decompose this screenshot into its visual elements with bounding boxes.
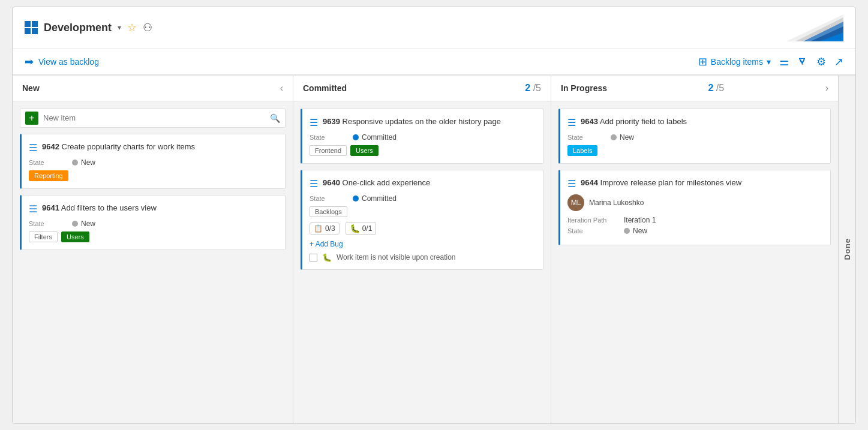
card-9639-state-value: Committed (353, 133, 397, 142)
brand-logo (750, 14, 843, 41)
bug-small-icon: 🐛 (322, 253, 332, 262)
column-new-header: New ‹ (13, 76, 293, 101)
work-item-icon-4: ☰ (310, 178, 318, 190)
card-9642-title: 9642 Create popularity charts for work i… (42, 142, 195, 152)
backlog-items-chevron-icon[interactable]: ▾ (767, 57, 771, 67)
column-new-title: New (22, 83, 40, 93)
card-9641-state-value: New (72, 219, 95, 228)
card-9644-header: ☰ 9644 Improve release plan for mileston… (567, 178, 823, 190)
card-9641-id: 9641 (42, 203, 59, 212)
tag-users-9639[interactable]: Users (350, 145, 379, 156)
board-icon: ⊞ (698, 55, 707, 68)
column-committed-count: 2 /5 (525, 83, 541, 94)
card-9639-fields: State Committed (310, 133, 536, 142)
new-item-input[interactable] (43, 113, 139, 122)
in-progress-count-total: /5 (716, 83, 724, 93)
state-label: State (29, 159, 65, 166)
card-9639-id: 9639 (323, 117, 340, 126)
work-item-row: 🐛 Work item is not visible upon creation (310, 253, 536, 262)
search-icon[interactable]: 🔍 (270, 113, 280, 123)
card-9639-header: ☰ 9639 Responsive updates on the older h… (310, 116, 536, 128)
iteration-path-label: Iteration Path (567, 216, 621, 224)
new-item-plus-button[interactable]: + (25, 112, 38, 125)
manage-members-icon[interactable]: ⚇ (143, 21, 152, 34)
tag-filters[interactable]: Filters (29, 231, 58, 242)
card-9642: ☰ 9642 Create popularity charts for work… (20, 134, 286, 189)
filter-settings-icon[interactable]: ⚌ (779, 55, 789, 68)
card-9642-state-value: New (72, 158, 95, 167)
card-9641-tags: Filters Users (29, 231, 278, 242)
header: Development ▾ ☆ ⚇ (13, 7, 855, 49)
header-left: Development ▾ ☆ ⚇ (25, 21, 152, 34)
page-title: Development (44, 22, 112, 34)
child-items-9640: 📋 0/3 🐛 0/1 (310, 222, 536, 235)
card-9639-title: 9639 Responsive updates on the older his… (323, 116, 501, 127)
add-bug-button[interactable]: + Add Bug (310, 240, 536, 248)
work-item-icon-5: ☰ (567, 117, 576, 128)
view-as-backlog-button[interactable]: ➡ View as backlog (25, 55, 99, 68)
favorite-star-icon[interactable]: ☆ (127, 21, 137, 34)
tag-labels[interactable]: Labels (567, 145, 597, 156)
tag-users-9641[interactable]: Users (61, 231, 89, 242)
state-dot-committed (353, 134, 359, 140)
bug-badge-count: 0/1 (362, 224, 373, 233)
column-committed-body: ☰ 9639 Responsive updates on the older h… (293, 101, 551, 423)
work-item-checkbox[interactable] (310, 254, 317, 261)
state-label-5: State (567, 134, 603, 141)
expand-icon[interactable]: ↗ (834, 55, 843, 68)
toolbar: ➡ View as backlog ⊞ Backlog items ▾ ⚌ ⛛ … (13, 49, 855, 76)
card-9643-tags: Labels (567, 145, 823, 156)
card-9639-state-field: State Committed (310, 133, 536, 142)
work-item-icon-3: ☰ (310, 117, 318, 128)
card-9644-id: 9644 (581, 178, 598, 187)
task-badge-count: 0/3 (325, 224, 335, 233)
card-9642-state-field: State New (29, 158, 278, 167)
committed-count-total: /5 (533, 83, 541, 93)
state-dot-new-4 (624, 228, 630, 234)
column-in-progress-header: In Progress 2 /5 › (551, 76, 838, 101)
card-9643: ☰ 9643 Add priority field to labels Stat… (558, 109, 831, 164)
filter-funnel-icon[interactable]: ⛛ (797, 55, 808, 68)
tag-frontend[interactable]: Frontend (310, 145, 347, 156)
add-bug-label: + Add Bug (310, 240, 343, 248)
card-9640-state-field: State Committed (310, 194, 536, 203)
column-in-progress-body: ☰ 9643 Add priority field to labels Stat… (551, 101, 838, 423)
title-chevron-icon[interactable]: ▾ (118, 23, 121, 32)
card-9643-id: 9643 (581, 117, 598, 126)
work-item-text: Work item is not visible upon creation (337, 253, 456, 261)
card-9642-fields: State New (29, 158, 278, 167)
card-9644-state-value: New (624, 227, 823, 235)
backlog-arrow-icon: ➡ (25, 55, 34, 68)
column-committed-title: Committed (303, 83, 347, 93)
state-dot-new (72, 160, 78, 166)
card-9640-id: 9640 (323, 178, 340, 187)
column-in-progress-next-icon[interactable]: › (825, 83, 828, 94)
tag-backlogs[interactable]: Backlogs (310, 206, 347, 217)
app-window: Development ▾ ☆ ⚇ ➡ View as backlog ⊞ Ba… (12, 7, 856, 424)
column-done-title: Done (843, 238, 852, 260)
card-9644: ☰ 9644 Improve release plan for mileston… (558, 170, 831, 245)
bug-badge[interactable]: 🐛 0/1 (346, 222, 377, 235)
iteration-path-field: Iteration Path Iteration 1 (567, 216, 823, 224)
column-new-collapse-icon[interactable]: ‹ (280, 83, 283, 94)
column-done[interactable]: Done (839, 76, 855, 423)
tag-reporting[interactable]: Reporting (29, 170, 68, 181)
column-committed-header: Committed 2 /5 (293, 76, 551, 101)
card-9641-fields: State New (29, 219, 278, 228)
work-item-icon-2: ☰ (29, 203, 37, 215)
state-label-3: State (310, 134, 346, 141)
backlog-items-button[interactable]: ⊞ Backlog items ▾ (698, 55, 771, 68)
card-9640-state-value: Committed (353, 194, 397, 203)
state-dot-committed-2 (353, 196, 359, 202)
card-9644-assignee: ML Marina Lukoshko (567, 194, 823, 211)
iteration-path-value: Iteration 1 (624, 216, 823, 224)
card-9640-tags: Backlogs (310, 206, 536, 217)
column-in-progress-title: In Progress (561, 83, 607, 93)
work-item-icon-6: ☰ (567, 178, 576, 190)
in-progress-count-current: 2 (708, 83, 714, 93)
task-badge[interactable]: 📋 0/3 (310, 222, 340, 234)
state-label-6: State (567, 227, 621, 234)
view-as-backlog-label: View as backlog (38, 57, 99, 67)
state-dot-new-2 (72, 221, 78, 227)
settings-gear-icon[interactable]: ⚙ (816, 55, 826, 68)
